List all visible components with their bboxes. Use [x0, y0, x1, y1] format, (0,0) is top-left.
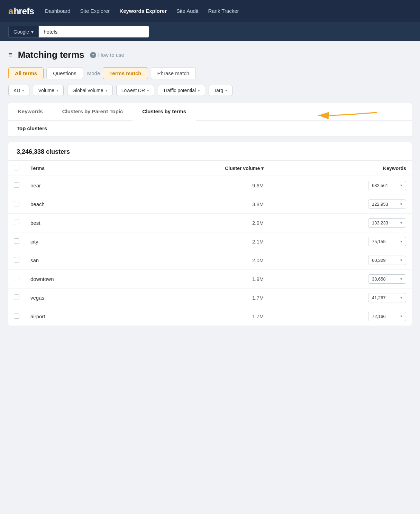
table-row: downtown 1.9M 38,658 ▾ [8, 270, 412, 289]
nav-dashboard[interactable]: Dashboard [45, 8, 70, 14]
keywords-dropdown-3[interactable]: 75,155 ▾ [368, 237, 406, 246]
row-checkbox-cell [8, 251, 25, 270]
keywords-dropdown-4[interactable]: 60,329 ▾ [368, 256, 406, 265]
tab-wrapper: Keywords Clusters by Parent Topic Cluste… [8, 103, 412, 136]
row-checkbox-cell [8, 270, 25, 289]
traffic-potential-filter[interactable]: Traffic potential ▾ [158, 85, 205, 96]
nav-keywords-explorer[interactable]: Keywords Explorer [119, 8, 167, 14]
page-title: Matching terms [18, 50, 84, 60]
volume-cell: 1.9M [125, 270, 270, 289]
kd-filter[interactable]: KD ▾ [8, 85, 29, 96]
term-cell: san [25, 251, 125, 270]
volume-cell: 9.6M [125, 176, 270, 195]
tab-clusters-by-parent-topic[interactable]: Clusters by Parent Topic [53, 103, 133, 120]
keywords-dropdown-7[interactable]: 72,166 ▾ [368, 312, 406, 321]
keywords-column-header: Keywords [269, 161, 412, 176]
traffic-potential-label: Traffic potential [163, 88, 196, 93]
keywords-dropdown-0[interactable]: 632,561 ▾ [368, 181, 406, 190]
nav-links: Dashboard Site Explorer Keywords Explore… [45, 8, 239, 14]
tab-keywords[interactable]: Keywords [8, 103, 53, 120]
targ-filter[interactable]: Targ ▾ [209, 85, 232, 96]
cluster-volume-column-header[interactable]: Cluster volume ▾ [125, 161, 270, 176]
term-cell: city [25, 232, 125, 251]
keywords-dropdown-5[interactable]: 38,658 ▾ [368, 274, 406, 284]
questions-tab[interactable]: Questions [46, 67, 83, 79]
top-navigation: ahrefs Dashboard Site Explorer Keywords … [0, 0, 420, 22]
mode-label: Mode [87, 70, 100, 76]
logo[interactable]: ahrefs [8, 6, 34, 17]
lowest-dr-caret: ▾ [147, 88, 149, 93]
row-checkbox-6[interactable] [14, 294, 19, 300]
volume-label: Volume [38, 88, 54, 93]
traffic-potential-caret: ▾ [198, 88, 200, 93]
terms-column-header: Terms [25, 161, 125, 176]
row-checkbox-3[interactable] [14, 238, 19, 244]
all-terms-tab[interactable]: All terms [8, 67, 44, 79]
table-row: best 2.9M 133,233 ▾ [8, 214, 412, 232]
volume-caret: ▾ [56, 88, 58, 93]
nav-site-explorer[interactable]: Site Explorer [80, 8, 110, 14]
row-checkbox-cell [8, 307, 25, 326]
targ-caret: ▾ [225, 88, 227, 93]
dropdown-filters-row: KD ▾ Volume ▾ Global volume ▾ Lowest DR … [8, 85, 412, 96]
select-all-header [8, 161, 25, 176]
cluster-count: 3,246,338 clusters [8, 142, 412, 161]
terms-match-tab[interactable]: Terms match [103, 67, 148, 79]
term-cell: beach [25, 195, 125, 214]
table-row: airport 1.7M 72,166 ▾ [8, 307, 412, 326]
keywords-cell: 133,233 ▾ [269, 214, 412, 232]
clusters-table: Terms Cluster volume ▾ Keywords near 9.6… [8, 161, 412, 326]
global-volume-filter[interactable]: Global volume ▾ [67, 85, 113, 96]
row-checkbox-cell [8, 195, 25, 214]
term-cell: near [25, 176, 125, 195]
kd-caret: ▾ [22, 88, 24, 93]
row-checkbox-1[interactable] [14, 201, 19, 206]
nav-site-audit[interactable]: Site Audit [176, 8, 198, 14]
how-to-use-link[interactable]: ? How to use [90, 52, 124, 58]
row-checkbox-5[interactable] [14, 276, 19, 281]
keywords-cell: 60,329 ▾ [269, 251, 412, 270]
hamburger-icon[interactable]: ≡ [8, 51, 12, 59]
keywords-cell: 122,953 ▾ [269, 195, 412, 214]
keywords-cell: 72,166 ▾ [269, 307, 412, 326]
search-input[interactable] [38, 26, 149, 38]
row-checkbox-cell [8, 289, 25, 307]
table-row: san 2.0M 60,329 ▾ [8, 251, 412, 270]
volume-cell: 2.0M [125, 251, 270, 270]
table-row: near 9.6M 632,561 ▾ [8, 176, 412, 195]
term-cell: vegas [25, 289, 125, 307]
main-content: ≡ Matching terms ? How to use All terms … [0, 41, 420, 491]
keywords-cell: 38,658 ▾ [269, 270, 412, 289]
select-all-checkbox[interactable] [14, 165, 19, 170]
row-checkbox-0[interactable] [14, 182, 19, 188]
row-checkbox-cell [8, 214, 25, 232]
keywords-cell: 75,155 ▾ [269, 232, 412, 251]
tab-clusters-by-terms[interactable]: Clusters by terms [133, 103, 196, 121]
row-checkbox-4[interactable] [14, 257, 19, 263]
how-to-use-label: How to use [98, 52, 124, 58]
row-checkbox-2[interactable] [14, 220, 19, 225]
row-checkbox-7[interactable] [14, 313, 19, 319]
keywords-dropdown-2[interactable]: 133,233 ▾ [368, 218, 406, 228]
table-row: beach 3.8M 122,953 ▾ [8, 195, 412, 214]
keywords-cell: 41,267 ▾ [269, 289, 412, 307]
kd-label: KD [13, 88, 20, 93]
global-volume-label: Global volume [72, 88, 103, 93]
volume-cell: 2.1M [125, 232, 270, 251]
search-engine-selector[interactable]: Google ▾ [8, 26, 38, 38]
lowest-dr-label: Lowest DR [121, 88, 145, 93]
phrase-match-tab[interactable]: Phrase match [151, 67, 196, 79]
keywords-dropdown-6[interactable]: 41,267 ▾ [368, 293, 406, 302]
logo-rest: hrefs [13, 6, 34, 17]
nav-rank-tracker[interactable]: Rank Tracker [208, 8, 239, 14]
row-checkbox-cell [8, 232, 25, 251]
keywords-dropdown-1[interactable]: 122,953 ▾ [368, 200, 406, 209]
search-bar: Google ▾ [0, 22, 420, 41]
volume-cell: 1.7M [125, 307, 270, 326]
volume-cell: 2.9M [125, 214, 270, 232]
global-volume-caret: ▾ [106, 88, 108, 93]
term-cell: airport [25, 307, 125, 326]
volume-filter[interactable]: Volume ▾ [33, 85, 64, 96]
filter-tabs-row: All terms Questions Mode Terms match Phr… [8, 67, 412, 79]
lowest-dr-filter[interactable]: Lowest DR ▾ [116, 85, 154, 96]
